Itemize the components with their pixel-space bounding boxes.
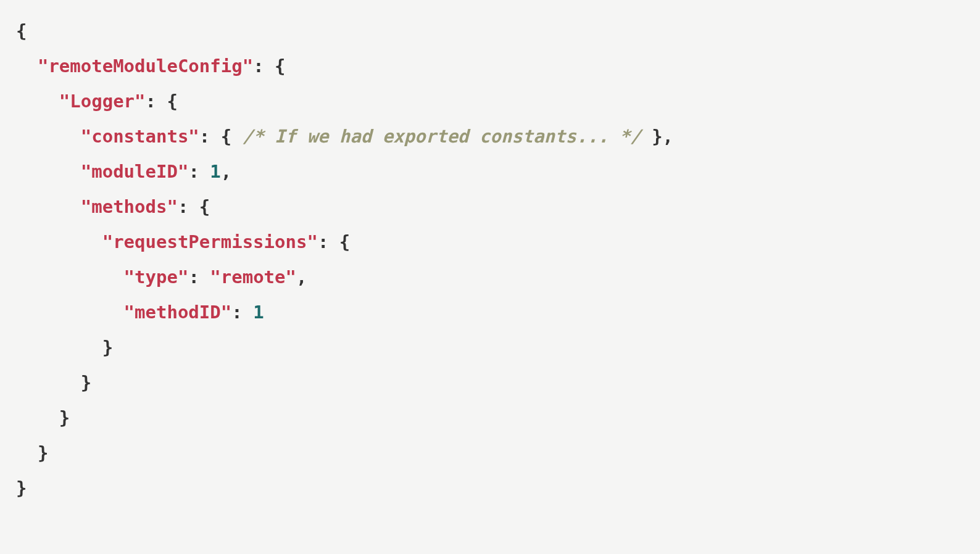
code-indent [16, 302, 124, 323]
code-block: { "remoteModuleConfig": { "Logger": { "c… [0, 0, 980, 519]
code-comment: /* If we had exported constants... */ [243, 126, 641, 147]
code-indent [16, 91, 59, 112]
code-punct: { [16, 20, 27, 41]
code-punct: } [16, 372, 91, 393]
json-key: "methods" [81, 196, 178, 217]
code-punct: : [188, 161, 210, 182]
json-key: "type" [124, 267, 189, 287]
code-indent [16, 196, 81, 217]
json-string: "remote" [210, 267, 296, 287]
code-punct: } [16, 478, 27, 498]
code-punct: : { [178, 196, 210, 217]
json-key: "requestPermissions" [102, 231, 318, 252]
json-number: 1 [253, 302, 264, 323]
code-indent [16, 56, 38, 76]
json-number: 1 [210, 161, 220, 182]
code-punct: : [231, 302, 253, 323]
json-key: "methodID" [124, 302, 232, 323]
json-key: "constants" [81, 126, 199, 147]
code-punct: } [16, 337, 113, 358]
code-punct: , [221, 161, 231, 182]
code-indent [16, 161, 81, 182]
code-indent [16, 267, 124, 287]
code-indent [16, 126, 81, 147]
code-punct: : { [199, 126, 243, 147]
code-indent [16, 231, 102, 252]
code-punct: , [296, 267, 307, 287]
json-key: "remoteModuleConfig" [38, 56, 253, 76]
json-key: "moduleID" [81, 161, 189, 182]
code-punct: : { [318, 231, 350, 252]
code-punct: } [16, 442, 48, 463]
code-punct: : { [146, 91, 178, 112]
json-key: "Logger" [59, 91, 146, 112]
code-punct: }, [641, 126, 673, 147]
code-punct: : [188, 267, 210, 287]
code-punct: } [16, 407, 70, 428]
code-punct: : { [253, 56, 285, 76]
